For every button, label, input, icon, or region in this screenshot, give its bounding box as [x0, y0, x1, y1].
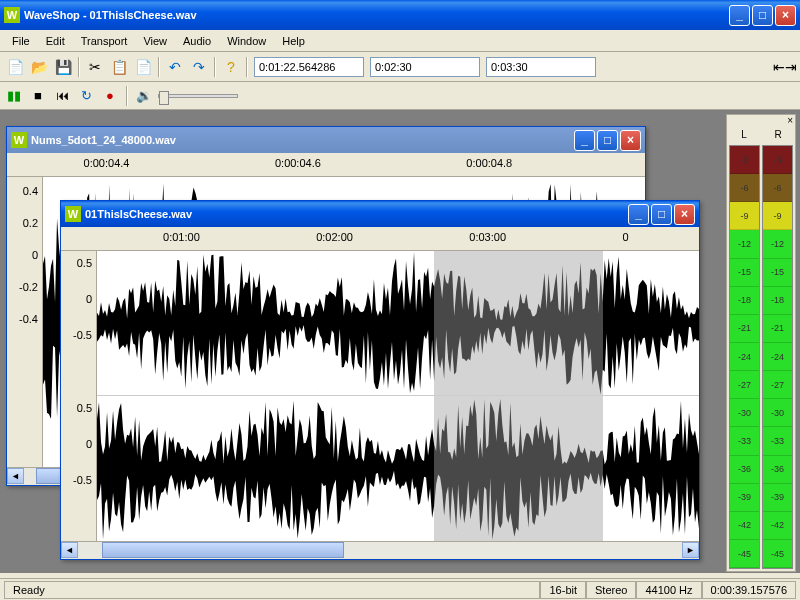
open-button[interactable]: 📂	[28, 56, 50, 78]
fit-button[interactable]: ⇤⇥	[774, 56, 796, 78]
menu-view[interactable]: View	[135, 33, 175, 49]
child2-hscrollbar[interactable]: ◄ ►	[61, 541, 699, 558]
cut-button[interactable]: ✂	[84, 56, 106, 78]
main-titlebar: W WaveShop - 01ThisIsCheese.wav _ □ ×	[0, 0, 800, 30]
child2-close-button[interactable]: ×	[674, 204, 695, 225]
meter-segment: -24	[730, 343, 759, 371]
meter-close-icon[interactable]: ×	[727, 115, 795, 129]
meter-segment: -30	[730, 399, 759, 427]
child2-maximize-button[interactable]: □	[651, 204, 672, 225]
maximize-button[interactable]: □	[752, 5, 773, 26]
child1-minimize-button[interactable]: _	[574, 130, 595, 151]
copy-button[interactable]: 📋	[108, 56, 130, 78]
meter-segment: -27	[763, 371, 792, 399]
child-window-cheese[interactable]: W 01ThisIsCheese.wav _ □ × 0:01:000:02:0…	[60, 200, 700, 560]
child1-yaxis: 0.40.20-0.2-0.4	[7, 177, 43, 467]
separator	[246, 57, 248, 77]
window-title: WaveShop - 01ThisIsCheese.wav	[24, 9, 729, 21]
ruler-tick: 0:01:00	[163, 231, 200, 243]
child1-titlebar[interactable]: W Nums_5dot1_24_48000.wav _ □ ×	[7, 127, 645, 153]
meter-segment: -18	[730, 287, 759, 315]
meter-segment: -36	[730, 456, 759, 484]
meter-segment: -6	[730, 174, 759, 202]
child2-waveform-ch2[interactable]	[97, 396, 699, 541]
menu-audio[interactable]: Audio	[175, 33, 219, 49]
help-button[interactable]: ?	[220, 56, 242, 78]
child2-minimize-button[interactable]: _	[628, 204, 649, 225]
separator	[214, 57, 216, 77]
time-now-field[interactable]	[254, 57, 364, 77]
meter-segment: -42	[763, 512, 792, 540]
status-bits: 16-bit	[540, 581, 586, 599]
loop-button[interactable]: ↻	[76, 86, 96, 106]
meter-segment: -33	[730, 427, 759, 455]
save-button[interactable]: 💾	[52, 56, 74, 78]
selection-region[interactable]	[434, 396, 603, 541]
volume-slider[interactable]	[158, 94, 238, 98]
meter-segment: -3	[763, 146, 792, 174]
time-sel-end-field[interactable]	[486, 57, 596, 77]
menu-transport[interactable]: Transport	[73, 33, 136, 49]
child2-wave-area[interactable]: 0.50-0.50.50-0.5	[61, 251, 699, 541]
yaxis-label: 0.5	[77, 257, 92, 269]
menu-edit[interactable]: Edit	[38, 33, 73, 49]
child2-titlebar[interactable]: W 01ThisIsCheese.wav _ □ ×	[61, 201, 699, 227]
close-button[interactable]: ×	[775, 5, 796, 26]
paste-button[interactable]: 📄	[132, 56, 154, 78]
child2-waveform-ch1[interactable]	[97, 251, 699, 396]
child1-maximize-button[interactable]: □	[597, 130, 618, 151]
scroll-left-icon[interactable]: ◄	[61, 542, 78, 558]
ruler-tick: 0:02:00	[316, 231, 353, 243]
main-toolbar: 📄 📂 💾 ✂ 📋 📄 ↶ ↷ ? ⇤⇥	[0, 52, 800, 82]
meter-segment: -33	[763, 427, 792, 455]
minimize-button[interactable]: _	[729, 5, 750, 26]
meter-right: -3-6-9-12-15-18-21-24-27-30-33-36-39-42-…	[762, 145, 793, 569]
status-rate: 44100 Hz	[636, 581, 701, 599]
mdi-workspace: W Nums_5dot1_24_48000.wav _ □ × 0:00:04.…	[0, 110, 800, 573]
meter-segment: -24	[763, 343, 792, 371]
meter-segment: -27	[730, 371, 759, 399]
yaxis-label: 0	[86, 438, 92, 450]
scroll-track[interactable]	[78, 542, 682, 558]
yaxis-label: -0.5	[73, 329, 92, 341]
record-button[interactable]: ●	[100, 86, 120, 106]
child2-ruler[interactable]: 0:01:000:02:000:03:000	[61, 227, 699, 251]
menu-help[interactable]: Help	[274, 33, 313, 49]
child1-ruler[interactable]: 0:00:04.40:00:04.60:00:04.8	[7, 153, 645, 177]
yaxis-label: -0.2	[19, 281, 38, 293]
redo-button[interactable]: ↷	[188, 56, 210, 78]
yaxis-label: 0	[86, 293, 92, 305]
meter-segment: -15	[730, 259, 759, 287]
selection-region[interactable]	[434, 251, 603, 395]
volume-icon[interactable]: 🔉	[134, 86, 154, 106]
rewind-button[interactable]: ⏮	[52, 86, 72, 106]
new-button[interactable]: 📄	[4, 56, 26, 78]
menu-file[interactable]: File	[4, 33, 38, 49]
separator	[126, 86, 128, 106]
pause-button[interactable]: ▮▮	[4, 86, 24, 106]
stop-button[interactable]: ■	[28, 86, 48, 106]
transport-toolbar: ▮▮ ■ ⏮ ↻ ● 🔉	[0, 82, 800, 110]
time-sel-start-field[interactable]	[370, 57, 480, 77]
meter-segment: -12	[730, 230, 759, 258]
child1-title: Nums_5dot1_24_48000.wav	[31, 134, 574, 146]
meter-left: -3-6-9-12-15-18-21-24-27-30-33-36-39-42-…	[729, 145, 760, 569]
app-icon: W	[65, 206, 81, 222]
level-meter-panel: × L R -3-6-9-12-15-18-21-24-27-30-33-36-…	[726, 114, 796, 572]
undo-button[interactable]: ↶	[164, 56, 186, 78]
meter-segment: -9	[763, 202, 792, 230]
scroll-right-icon[interactable]: ►	[682, 542, 699, 558]
app-icon: W	[11, 132, 27, 148]
yaxis-label: -0.5	[73, 474, 92, 486]
ruler-tick: 0	[622, 231, 628, 243]
meter-segment: -6	[763, 174, 792, 202]
menu-window[interactable]: Window	[219, 33, 274, 49]
statusbar: Ready 16-bit Stereo 44100 Hz 0:00:39.157…	[0, 578, 800, 600]
separator	[78, 57, 80, 77]
yaxis-label: -0.4	[19, 313, 38, 325]
child1-close-button[interactable]: ×	[620, 130, 641, 151]
scroll-left-icon[interactable]: ◄	[7, 468, 24, 484]
ruler-tick: 0:03:00	[469, 231, 506, 243]
child2-title: 01ThisIsCheese.wav	[85, 208, 628, 220]
meter-segment: -39	[763, 484, 792, 512]
